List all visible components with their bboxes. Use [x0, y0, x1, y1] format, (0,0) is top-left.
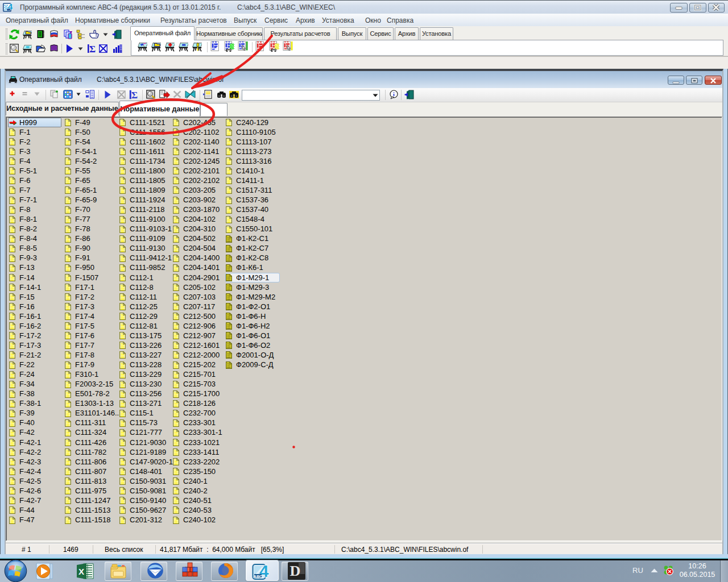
- svg-text:D: D: [290, 563, 301, 579]
- svg-text:АВС: АВС: [254, 574, 263, 579]
- svg-text:X: X: [78, 567, 84, 576]
